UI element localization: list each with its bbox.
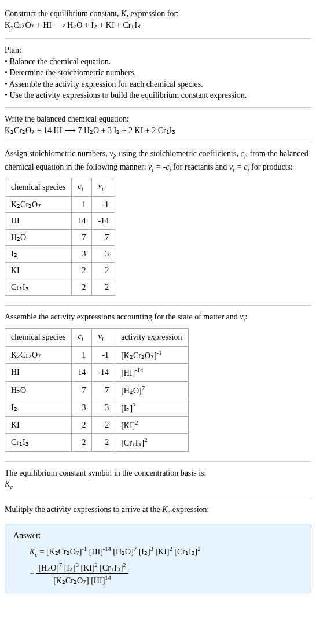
th-nui: νi [92,328,115,346]
cell-c: 2 [72,417,92,434]
cell-v: 2 [92,279,115,296]
eq-sign: = [38,547,46,556]
cell-v: 7 [92,381,115,399]
cell-species: H₂O [5,229,72,246]
activity-title-a: Assemble the activity expressions accoun… [5,312,240,321]
divider [5,498,311,498]
cell-activity: [Cr₁I₃]2 [115,434,188,451]
cell-v: -1 [92,347,115,364]
balanced-title: Write the balanced chemical equation: [5,113,311,125]
cell-species: HI [5,364,72,381]
cell-activity: [I₂]3 [115,399,188,416]
cell-c: 1 [72,347,92,364]
stoich-table: chemical species ci νi K₂Cr₂O₇ 1 -1 HI 1… [5,178,115,296]
th-ci: ci [72,328,92,346]
table-row: H₂O 7 7 [H₂O]7 [5,381,189,399]
plan-bullet-4: • Use the activity expressions to build … [5,90,311,101]
plan-title: Plan: [5,45,311,56]
answer-line2: = [H₂O]7 [I₂]3 [KI]2 [Cr₁I₃]2 [K₂Cr₂O₇] … [30,561,303,587]
table-row: KI 2 2 [KI]2 [5,417,189,434]
cell-species: Cr₁I₃ [5,279,72,296]
cell-species: K₂Cr₂O₇ [5,196,72,213]
cell-v: 3 [92,399,115,416]
cell-c: 7 [72,229,92,246]
table-row: HI 14 -14 [HI]-14 [5,364,189,381]
cell-activity: [KI]2 [115,417,188,434]
cell-c: 3 [72,246,92,263]
divider [5,461,311,462]
nu-eq-neg-c: νi = -ci [148,163,171,171]
th-activity: activity expression [115,328,188,346]
cell-c: 1 [72,196,92,213]
symbol-kc: Kc [5,479,311,491]
symbol-section: The equilibrium constant symbol in the c… [5,464,311,495]
cell-v: -14 [92,364,115,381]
balanced-equation: K₂Cr₂O₇ + 14 HI ⟶ 7 H₂O + 3 I₂ + 2 KI + … [5,125,311,137]
cell-activity: [H₂O]7 [115,381,188,399]
multiply-section: Mulitply the activity expressions to arr… [5,501,311,520]
cell-species: I₂ [5,246,72,263]
answer-expression: Kc = [K₂Cr₂O₇]-1 [HI]-14 [H₂O]7 [I₂]3 [K… [30,545,303,587]
th-species: chemical species [5,328,72,346]
cell-species: K₂Cr₂O₇ [5,347,72,364]
cell-species: I₂ [5,399,72,416]
fraction-denominator: [K₂Cr₂O₇] [HI]14 [36,574,128,586]
nu-i: νi [109,149,115,158]
table-row: H₂O 7 7 [5,229,115,246]
cell-c: 2 [72,434,92,451]
cell-v: 7 [92,229,115,246]
intro-line1: Construct the equilibrium constant, K, e… [5,8,311,20]
cell-species: KI [5,417,72,434]
cell-species: H₂O [5,381,72,399]
intro-section: Construct the equilibrium constant, K, e… [5,5,311,36]
table-row: K₂Cr₂O₇ 1 -1 [5,196,115,213]
answer-label: Answer: [13,530,303,542]
activity-title: Assemble the activity expressions accoun… [5,311,311,324]
stoich-p1e: for products: [249,163,292,171]
cell-activity: [K₂Cr₂O₇]-1 [115,347,188,364]
kc-ans: Kc [30,547,38,556]
activity-section: Assemble the activity expressions accoun… [5,308,311,458]
c-i: ci [240,149,245,158]
table-row: Cr₁I₃ 2 2 [5,279,115,296]
balanced-section: Write the balanced chemical equation: K₂… [5,110,311,139]
table-row: K₂Cr₂O₇ 1 -1 [K₂Cr₂O₇]-1 [5,347,189,364]
divider [5,305,311,306]
table-header-row: chemical species ci νi activity expressi… [5,328,189,346]
answer-box: Answer: Kc = [K₂Cr₂O₇]-1 [HI]-14 [H₂O]7 … [5,524,311,593]
table-header-row: chemical species ci νi [5,178,115,196]
nu-eq-c: νi = ci [229,163,249,171]
divider [5,107,311,108]
table-row: KI 2 2 [5,263,115,279]
plan-bullet-1: • Balance the chemical equation. [5,56,311,68]
cell-v: 2 [92,417,115,434]
cell-v: 2 [92,434,115,451]
table-row: I₂ 3 3 [I₂]3 [5,399,189,416]
stoich-p1b: , using the stoichiometric coefficients, [115,149,240,158]
kc-symbol: Kc [5,480,13,488]
multiply-text: Mulitply the activity expressions to arr… [5,504,311,517]
cell-v: -14 [92,213,115,230]
answer-line1: Kc = [K₂Cr₂O₇]-1 [HI]-14 [H₂O]7 [I₂]3 [K… [30,545,303,559]
cell-activity: [HI]-14 [115,364,188,381]
cell-c: 14 [72,213,92,230]
fraction-numerator: [H₂O]7 [I₂]3 [KI]2 [Cr₁I₃]2 [36,561,128,574]
multiply-a: Mulitply the activity expressions to arr… [5,505,162,514]
cell-species: HI [5,213,72,230]
intro-text-a: Construct the equilibrium constant, [5,9,121,18]
intro-k: K [121,9,126,18]
stoich-section: Assign stoichiometric numbers, νi, using… [5,145,311,303]
activity-table: chemical species ci νi activity expressi… [5,328,189,452]
activity-title-b: : [245,312,247,321]
kc-inline: Kc [162,505,170,514]
plan-bullet-3: • Assemble the activity expression for e… [5,79,311,90]
multiply-b: expression: [170,505,209,514]
cell-c: 3 [72,399,92,416]
stoich-paragraph: Assign stoichiometric numbers, νi, using… [5,148,311,174]
divider [5,142,311,142]
divider [5,38,311,39]
symbol-line1: The equilibrium constant symbol in the c… [5,468,311,479]
cell-v: 3 [92,246,115,263]
th-nui: νi [92,178,115,196]
plan-section: Plan: • Balance the chemical equation. •… [5,41,311,105]
